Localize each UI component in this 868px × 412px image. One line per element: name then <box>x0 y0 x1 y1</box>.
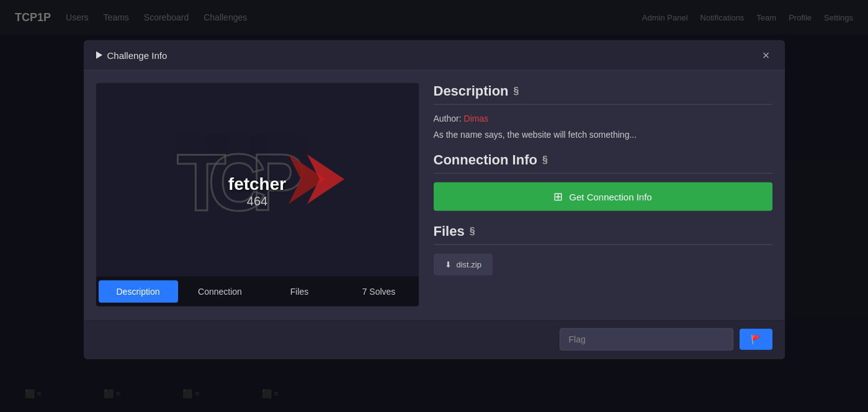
description-section: Description § Author: Dimas As the name … <box>434 83 772 152</box>
challenge-points: 464 <box>228 194 286 208</box>
flag-input[interactable] <box>560 328 733 351</box>
play-icon <box>96 52 102 59</box>
description-anchor: § <box>514 86 519 97</box>
challenge-card: T C P fetcher 464 Description Connection <box>96 83 419 307</box>
challenge-name: fetcher <box>228 174 286 194</box>
tab-solves[interactable]: 7 Solves <box>339 277 419 307</box>
modal-body: T C P fetcher 464 Description Connection <box>84 71 785 319</box>
challenge-details: Description § Author: Dimas As the name … <box>434 83 772 307</box>
modal-title-container: Challenge Info <box>96 50 168 60</box>
download-icon: ⬇ <box>445 260 452 269</box>
modal-header: Challenge Info × <box>84 40 785 71</box>
description-text: As the name says, the website will fetch… <box>434 130 772 140</box>
files-section: Files § ⬇ dist.zip <box>434 223 772 275</box>
modal-footer: 🚩 <box>84 319 785 359</box>
challenge-modal: Challenge Info × T C P <box>84 40 785 359</box>
get-connection-button[interactable]: ⊞ Get Connection Info <box>434 182 772 211</box>
description-title: Description § <box>434 83 772 105</box>
modal-title-text: Challenge Info <box>107 50 168 60</box>
network-icon: ⊞ <box>553 190 563 204</box>
tab-connection[interactable]: Connection <box>181 277 260 307</box>
files-anchor: § <box>470 226 475 237</box>
connection-anchor: § <box>542 154 548 166</box>
flag-icon: 🚩 <box>751 334 761 344</box>
connection-section: Connection Info § ⊞ Get Connection Info <box>434 152 772 211</box>
modal-close-button[interactable]: × <box>760 49 772 61</box>
submit-flag-button[interactable]: 🚩 <box>740 329 772 350</box>
challenge-tabs: Description Connection Files 7 Solves <box>96 277 419 307</box>
tab-description[interactable]: Description <box>99 280 178 303</box>
connection-info-title: Connection Info § <box>434 152 772 174</box>
author-line: Author: Dimas <box>434 114 772 123</box>
tab-files[interactable]: Files <box>260 277 339 307</box>
author-name: Dimas <box>464 114 489 123</box>
files-title: Files § <box>434 223 772 245</box>
download-button[interactable]: ⬇ dist.zip <box>434 254 493 275</box>
